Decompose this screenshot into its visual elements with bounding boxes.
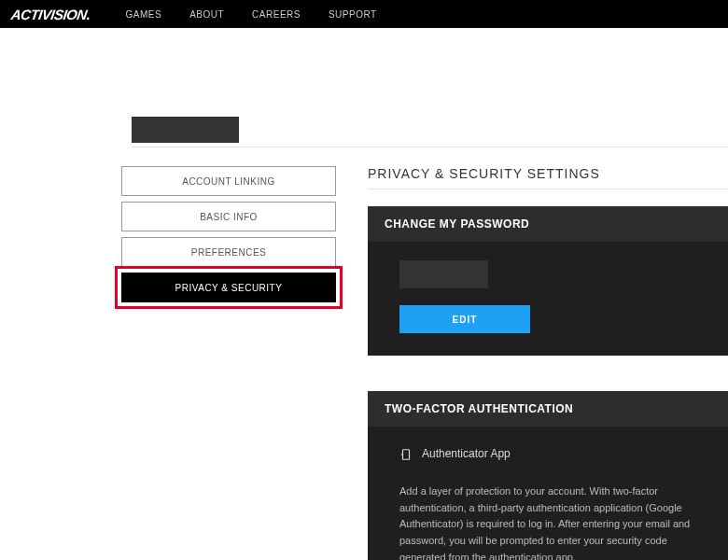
sidenav-item-account-linking[interactable]: ACCOUNT LINKING (121, 166, 336, 196)
layout: ACCOUNT LINKING BASIC INFO PREFERENCES P… (0, 166, 728, 560)
edit-password-button[interactable]: EDIT (399, 305, 530, 333)
sidenav-item-basic-info[interactable]: BASIC INFO (121, 202, 336, 231)
primary-nav: GAMES ABOUT CAREERS SUPPORT (126, 9, 377, 20)
authenticator-phone-icon (399, 448, 413, 461)
title-divider (368, 189, 728, 189)
sidenav-item-preferences[interactable]: PREFERENCES (121, 237, 336, 267)
nav-about[interactable]: ABOUT (189, 9, 224, 20)
two-factor-header: TWO-FACTOR AUTHENTICATION (368, 391, 728, 427)
sidenav-item-privacy-security[interactable]: PRIVACY & SECURITY (121, 273, 336, 302)
two-factor-card: TWO-FACTOR AUTHENTICATION Authenticator … (368, 391, 728, 560)
svg-rect-0 (403, 449, 410, 459)
profile-redacted (132, 117, 239, 143)
nav-support[interactable]: SUPPORT (329, 9, 377, 20)
top-bar: ACTIVISION. GAMES ABOUT CAREERS SUPPORT (0, 0, 728, 28)
change-password-card: CHANGE MY PASSWORD EDIT (368, 206, 728, 356)
change-password-header: CHANGE MY PASSWORD (368, 206, 728, 242)
logo-text: ACTIVISION (10, 7, 88, 22)
authenticator-app-row: Authenticator App (399, 445, 696, 463)
logo: ACTIVISION. (10, 7, 91, 22)
nav-careers[interactable]: CAREERS (252, 9, 301, 20)
main-content: PRIVACY & SECURITY SETTINGS CHANGE MY PA… (368, 166, 728, 560)
authenticator-app-label: Authenticator App (422, 445, 511, 463)
nav-games[interactable]: GAMES (126, 9, 162, 20)
page-title: PRIVACY & SECURITY SETTINGS (368, 166, 728, 181)
two-factor-description: Add a layer of protection to your accoun… (399, 483, 696, 560)
page: ACCOUNT LINKING BASIC INFO PREFERENCES P… (0, 28, 728, 560)
divider (132, 147, 728, 147)
password-masked-field (399, 260, 488, 288)
side-nav: ACCOUNT LINKING BASIC INFO PREFERENCES P… (121, 166, 336, 560)
highlight-privacy-security: PRIVACY & SECURITY (115, 266, 343, 309)
